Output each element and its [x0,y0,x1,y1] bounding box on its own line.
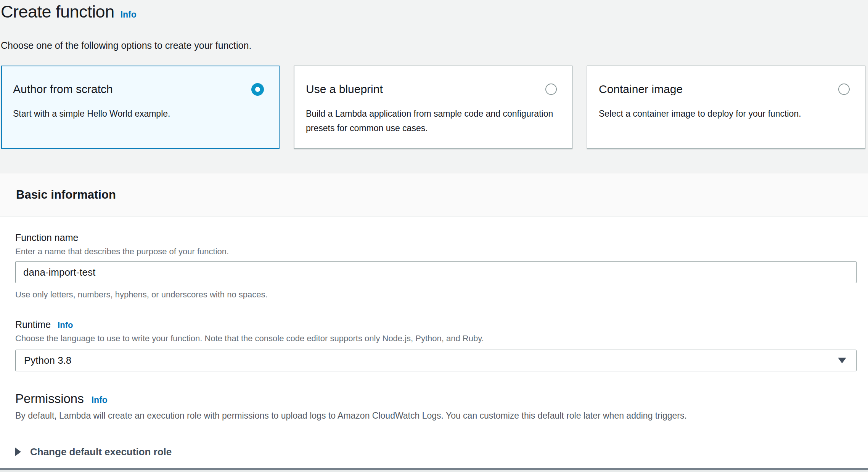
option-card-container-image[interactable]: Container image Select a container image… [587,66,865,149]
page-header: Create function Info Choose one of the f… [0,0,868,51]
caret-right-icon [15,448,21,456]
permissions-section: Permissions Info By default, Lambda will… [15,391,857,421]
function-name-input[interactable] [15,261,857,283]
creation-option-cards: Author from scratch Start with a simple … [1,66,865,149]
bottom-background-strip [0,470,868,472]
page-subtitle: Choose one of the following options to c… [1,40,868,51]
page-title: Create function [1,1,114,23]
runtime-selected-value: Python 3.8 [24,355,71,366]
runtime-help: Choose the language to use to write your… [15,333,857,344]
basic-information-panel: Basic information Function name Enter a … [0,173,868,472]
caret-down-icon [838,358,846,363]
section-divider [0,434,868,434]
basic-information-header: Basic information [0,173,868,217]
radio-container-image[interactable] [838,83,850,95]
runtime-field: Runtime Info Choose the language to use … [15,319,857,371]
option-card-title: Author from scratch [13,82,113,96]
page-title-info-link[interactable]: Info [121,10,137,20]
function-name-help: Enter a name that describes the purpose … [15,246,857,257]
basic-information-heading: Basic information [16,188,116,202]
radio-use-a-blueprint[interactable] [545,83,557,95]
runtime-info-link[interactable]: Info [58,320,73,330]
change-default-execution-role-expander[interactable]: Change default execution role [15,446,857,458]
permissions-heading: Permissions [15,391,84,406]
runtime-label: Runtime [15,319,51,330]
radio-author-from-scratch[interactable] [251,83,264,96]
option-card-description: Select a container image to deploy for y… [599,106,850,121]
option-card-title: Use a blueprint [306,82,383,96]
function-name-constraint: Use only letters, numbers, hyphens, or u… [15,289,857,300]
runtime-select[interactable]: Python 3.8 [15,350,857,371]
option-card-title: Container image [599,82,683,96]
option-card-description: Start with a simple Hello World example. [13,106,264,121]
option-card-use-a-blueprint[interactable]: Use a blueprint Build a Lambda applicati… [294,66,572,149]
basic-information-body: Function name Enter a name that describe… [0,217,868,458]
option-card-description: Build a Lambda application from sample c… [306,106,557,135]
permissions-description: By default, Lambda will create an execut… [15,410,857,421]
permissions-info-link[interactable]: Info [92,395,108,405]
function-name-field: Function name Enter a name that describe… [15,232,857,300]
function-name-label: Function name [15,232,857,243]
expander-label: Change default execution role [30,446,172,458]
option-card-author-from-scratch[interactable]: Author from scratch Start with a simple … [1,66,280,149]
